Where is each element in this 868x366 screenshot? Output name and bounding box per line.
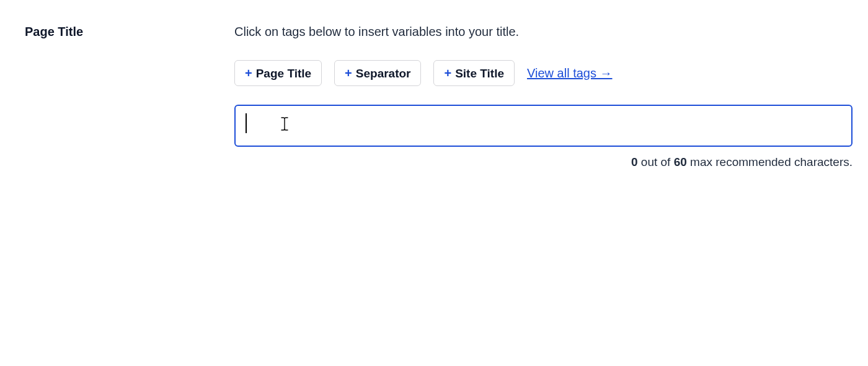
content-column: Click on tags below to insert variables … bbox=[234, 25, 852, 169]
section-heading: Page Title bbox=[25, 25, 234, 39]
tag-label: Page Title bbox=[256, 68, 311, 79]
tag-button-site-title[interactable]: + Site Title bbox=[433, 60, 515, 86]
page-title-section: Page Title Click on tags below to insert… bbox=[0, 0, 868, 169]
char-count-text2: max recommended characters. bbox=[687, 155, 852, 168]
char-count-current: 0 bbox=[631, 155, 638, 168]
char-count-max: 60 bbox=[674, 155, 687, 168]
plus-icon: + bbox=[444, 67, 451, 79]
tag-button-page-title[interactable]: + Page Title bbox=[234, 60, 322, 86]
tag-label: Site Title bbox=[455, 68, 504, 79]
tag-row: + Page Title + Separator + Site Title Vi… bbox=[234, 60, 852, 86]
page-title-input[interactable] bbox=[234, 105, 852, 147]
plus-icon: + bbox=[245, 67, 252, 79]
plus-icon: + bbox=[345, 67, 352, 79]
tag-button-separator[interactable]: + Separator bbox=[334, 60, 421, 86]
char-count-text1: out of bbox=[638, 155, 674, 168]
character-counter: 0 out of 60 max recommended characters. bbox=[234, 155, 852, 169]
view-all-tags-link[interactable]: View all tags → bbox=[527, 66, 612, 81]
label-column: Page Title bbox=[25, 25, 234, 169]
tag-label: Separator bbox=[356, 68, 411, 79]
title-input-wrapper bbox=[234, 105, 852, 147]
hint-text: Click on tags below to insert variables … bbox=[234, 25, 852, 39]
